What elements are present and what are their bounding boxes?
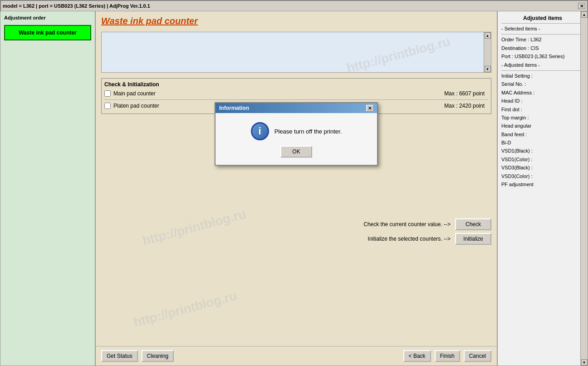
list-item: VSD1(Black) : xyxy=(501,148,584,154)
right-panel-title: Adjusted items xyxy=(501,15,584,21)
right-scrollbar[interactable]: ▲ ▼ xyxy=(580,11,588,366)
right-panel: Adjusted items - Selected items - Order … xyxy=(497,11,588,366)
dialog-close-button[interactable]: ✕ xyxy=(366,105,373,111)
left-panel: Adjustment order Waste ink pad counter xyxy=(0,11,95,366)
right-scroll-up[interactable]: ▲ xyxy=(581,11,588,18)
dialog-title: Information xyxy=(219,105,249,111)
selected-items-label: - Selected items - xyxy=(501,25,584,32)
right-divider-top xyxy=(501,23,584,24)
dialog-message: Please turn off the printer. xyxy=(274,128,342,135)
information-dialog: Information ✕ i Please turn off the prin… xyxy=(215,102,378,166)
center-panel: http://printblog.ru http://printblog.ru … xyxy=(95,11,497,366)
modal-overlay: Information ✕ i Please turn off the prin… xyxy=(96,11,497,366)
info-icon: i xyxy=(251,122,269,140)
list-item: Initial Setting : xyxy=(501,73,584,79)
left-panel-title: Adjustment order xyxy=(4,15,91,20)
right-scroll-down[interactable]: ▼ xyxy=(581,359,588,366)
list-item: Head ID : xyxy=(501,98,584,104)
window-title: model = L362 | port = USB023 (L362 Serie… xyxy=(3,3,150,9)
title-bar: model = L362 | port = USB023 (L362 Serie… xyxy=(0,0,588,11)
list-item: Bi-D xyxy=(501,139,584,146)
list-item: - Adjusted items - xyxy=(501,62,584,69)
list-item: Top margin : xyxy=(501,114,584,121)
dialog-content-row: i Please turn off the printer. xyxy=(251,122,342,140)
list-item: Destination : CIS xyxy=(501,45,584,52)
list-item: PF adjustment xyxy=(501,181,584,188)
list-item: Serial No. : xyxy=(501,81,584,88)
dialog-ok-button[interactable]: OK xyxy=(280,146,312,158)
dialog-body: i Please turn off the printer. OK xyxy=(216,113,377,165)
list-item: Band feed : xyxy=(501,131,584,138)
list-item: Head angular xyxy=(501,123,584,129)
dialog-title-bar: Information ✕ xyxy=(216,103,377,113)
waste-ink-pad-counter-button[interactable]: Waste ink pad counter xyxy=(4,25,91,40)
list-item: Port : USB023 (L362 Series) xyxy=(501,53,584,60)
list-item: First dot : xyxy=(501,106,584,113)
right-divider-2 xyxy=(501,34,584,35)
window-close-button[interactable]: ✕ xyxy=(578,3,585,9)
right-item-divider xyxy=(501,70,584,71)
right-items-list: Order Time : L362Destination : CISPort :… xyxy=(501,36,584,188)
main-container: Adjustment order Waste ink pad counter h… xyxy=(0,11,588,366)
list-item: VSD1(Color) : xyxy=(501,156,584,163)
list-item: VSD3(Color) : xyxy=(501,173,584,180)
list-item: Order Time : L362 xyxy=(501,36,584,43)
list-item: VSD3(Black) : xyxy=(501,164,584,171)
list-item: MAC Address : xyxy=(501,89,584,96)
